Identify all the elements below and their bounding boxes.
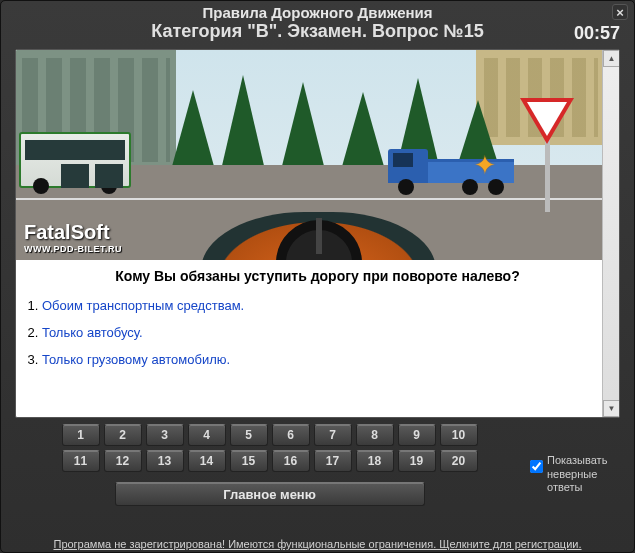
app-title: Правила Дорожного Движения xyxy=(1,4,634,21)
nav-q18[interactable]: 18 xyxy=(356,450,394,472)
question-title: Категория "B". Экзамен. Вопрос №15 xyxy=(1,21,634,42)
main-menu-button[interactable]: Главное меню xyxy=(115,482,425,506)
show-wrong-answers: Показывать неверные ответы xyxy=(530,454,626,494)
marker-icon: ✦ xyxy=(474,150,496,181)
timer: 00:57 xyxy=(574,23,620,44)
close-button[interactable]: × xyxy=(612,4,628,20)
question-image: ✦ ✦ ◀▶ FatalSoft WWW.PDD-BILET.RU xyxy=(16,50,606,260)
nav-q2[interactable]: 2 xyxy=(104,424,142,446)
question-text: Кому Вы обязаны уступить дорогу при пово… xyxy=(16,260,619,288)
nav-q5[interactable]: 5 xyxy=(230,424,268,446)
nav-q13[interactable]: 13 xyxy=(146,450,184,472)
nav-q11[interactable]: 11 xyxy=(62,450,100,472)
nav-q19[interactable]: 19 xyxy=(398,450,436,472)
answer-list: Обоим транспортным средствам. Только авт… xyxy=(16,288,619,381)
answer-option[interactable]: Обоим транспортным средствам. xyxy=(42,292,607,319)
show-wrong-answers-checkbox[interactable] xyxy=(530,460,543,473)
content-pane: ✦ ✦ ◀▶ FatalSoft WWW.PDD-BILET.RU Кому В… xyxy=(15,49,620,418)
scroll-down-icon[interactable]: ▼ xyxy=(603,400,620,417)
nav-q7[interactable]: 7 xyxy=(314,424,352,446)
show-wrong-answers-label[interactable]: Показывать неверные ответы xyxy=(530,454,626,494)
nav-q6[interactable]: 6 xyxy=(272,424,310,446)
nav-q17[interactable]: 17 xyxy=(314,450,352,472)
answer-option[interactable]: Только грузовому автомобилю. xyxy=(42,346,607,373)
scrollbar[interactable]: ▲ ▼ xyxy=(602,50,619,417)
nav-q3[interactable]: 3 xyxy=(146,424,184,446)
nav-q14[interactable]: 14 xyxy=(188,450,226,472)
show-wrong-answers-text: Показывать неверные ответы xyxy=(547,454,626,494)
nav-q8[interactable]: 8 xyxy=(356,424,394,446)
registration-notice[interactable]: Программа не зарегистрирована! Имеются ф… xyxy=(1,538,634,550)
nav-q15[interactable]: 15 xyxy=(230,450,268,472)
nav-q4[interactable]: 4 xyxy=(188,424,226,446)
nav-q16[interactable]: 16 xyxy=(272,450,310,472)
bus-graphic xyxy=(19,132,131,188)
truck-graphic xyxy=(388,136,518,191)
app-window: × Правила Дорожного Движения Категория "… xyxy=(0,0,635,553)
nav-q9[interactable]: 9 xyxy=(398,424,436,446)
question-navigator: 1 2 3 4 5 6 7 8 9 10 11 12 13 14 15 16 1… xyxy=(15,420,524,530)
nav-q10[interactable]: 10 xyxy=(440,424,478,446)
watermark-brand: FatalSoft xyxy=(24,221,122,244)
watermark: FatalSoft WWW.PDD-BILET.RU xyxy=(24,221,122,254)
nav-q12[interactable]: 12 xyxy=(104,450,142,472)
header: Правила Дорожного Движения Категория "B"… xyxy=(1,1,634,42)
watermark-url: WWW.PDD-BILET.RU xyxy=(24,244,122,254)
nav-q1[interactable]: 1 xyxy=(62,424,100,446)
yield-sign-graphic xyxy=(520,98,574,146)
answer-option[interactable]: Только автобусу. xyxy=(42,319,607,346)
scroll-up-icon[interactable]: ▲ xyxy=(603,50,620,67)
nav-q20[interactable]: 20 xyxy=(440,450,478,472)
